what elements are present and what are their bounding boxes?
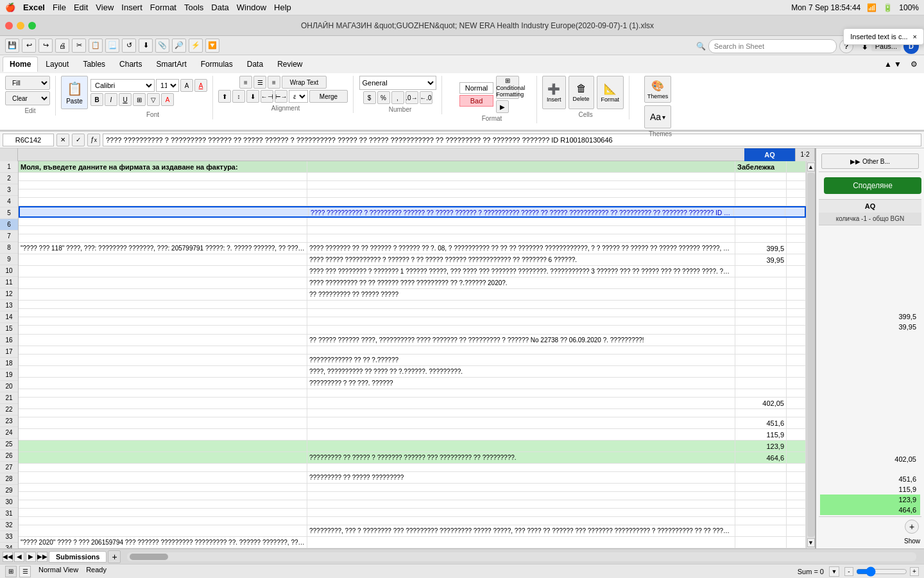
cell-32n[interactable] [787,472,806,483]
row-header-16[interactable]: 16 [0,335,18,346]
cell-36a[interactable] [19,509,307,516]
merge-btn[interactable]: Merge [309,90,348,103]
cell-28b[interactable] [307,429,735,440]
cell-2aq[interactable] [735,173,787,180]
cell-11b[interactable]: ???? ????? ?????????? ? ?????? ? ?? ????… [307,254,735,265]
border-btn[interactable]: ⊞ [133,93,146,106]
cell-14aq[interactable] [735,289,787,300]
row-header-31[interactable]: 31 [0,508,18,520]
row-header-25[interactable]: 25 [0,439,18,450]
cell-30a[interactable] [19,452,307,463]
window-controls[interactable] [5,22,36,30]
cell-39aq[interactable] [735,537,787,548]
format-btn[interactable]: 📐 Format [597,76,624,109]
cell-19a[interactable] [19,335,307,346]
cell-17aq[interactable] [735,317,787,325]
insert-function-btn[interactable]: ƒx [87,134,100,146]
menu-insert[interactable]: Insert [121,3,142,12]
cell-32aq[interactable] [735,472,787,483]
tab-layout[interactable]: Layout [39,57,75,71]
paste-button[interactable]: 📋 Paste [61,76,88,109]
cell-3b[interactable] [307,181,735,189]
notification-close[interactable]: × [913,33,917,40]
tab-charts[interactable]: Charts [113,57,148,71]
row-header-15[interactable]: 15 [0,323,18,335]
tab-home[interactable]: Home [3,57,38,72]
currency-btn[interactable]: $ [363,91,376,104]
row-header-6[interactable]: 6 [0,219,18,231]
row-header-23[interactable]: 23 [0,416,18,427]
cell-36aq[interactable] [735,509,787,516]
cell-31aq[interactable] [735,464,787,471]
cell-4b[interactable] [307,189,735,197]
cell-4n[interactable] [787,189,806,197]
flash-btn[interactable]: ⚡ [189,39,203,53]
save-btn[interactable]: 💾 [5,39,19,53]
cell-35n[interactable] [787,500,806,508]
cell-30n[interactable] [787,452,806,463]
cell-38b[interactable]: ?????????, ??? ? ???????? ??? ????????? … [307,525,735,536]
menu-tools[interactable]: Tools [184,3,203,12]
attach-btn[interactable]: 📎 [155,39,169,53]
tab-tables[interactable]: Tables [76,57,112,71]
cell-16b[interactable] [307,309,735,317]
cell-9b[interactable] [307,234,735,242]
row-header-18[interactable]: 18 [0,358,18,369]
cell-22a[interactable] [19,366,307,377]
search-qa-btn[interactable]: 🔎 [172,39,186,53]
cell-23a[interactable] [19,378,307,389]
cell-11n[interactable] [787,254,806,265]
font-color-a2-btn[interactable]: A [194,79,207,92]
cell-27a[interactable] [19,417,307,428]
cell-28n[interactable] [787,429,806,440]
text-direction-select[interactable]: abc [289,90,308,103]
print-btn[interactable]: 🖨 [55,39,69,53]
cell-37a[interactable] [19,517,307,525]
align-top-btn[interactable]: ⬆ [218,90,231,103]
cell-4a[interactable] [19,189,307,197]
cell-9n[interactable] [787,234,806,242]
dropdown-qa-btn[interactable]: 🔽 [205,39,219,53]
cell-13a[interactable] [19,277,307,288]
cell-29n[interactable] [787,441,806,451]
ribbon-collapse-btn[interactable]: ▲ ▼ [880,57,905,71]
add-sheet-btn[interactable]: + [108,550,121,563]
indent-more-btn[interactable]: ⊢→ [275,90,287,103]
cell-4aq[interactable] [735,189,787,197]
sheet-nav-next[interactable]: ▶ [26,552,36,562]
menu-format[interactable]: Format [150,3,176,12]
cell-30aq[interactable]: 464,6 [735,452,787,463]
cell-1aq[interactable]: Забележка [735,161,787,172]
cell-3aq[interactable] [735,181,787,189]
bad-style-btn[interactable]: Bad [459,95,493,107]
row-header-13[interactable]: 13 [0,300,18,311]
row-header-19[interactable]: 19 [0,369,18,381]
cell-21n[interactable] [787,355,806,365]
cell-12b[interactable]: ???? ??? ???????? ? ??????? 1 ?????? ???… [307,266,735,277]
conditional-formatting-btn[interactable]: ⊞ Conditional Formatting [496,76,519,99]
cell-10b[interactable]: ???? ??????? ?? ?? ?????? ? ?????? ?? ?.… [307,243,735,254]
cell-33aq[interactable] [735,484,787,491]
sheet-nav-prev[interactable]: ◀ [14,552,24,562]
fullscreen-window-btn[interactable] [28,22,36,30]
cell-16n[interactable] [787,309,806,317]
cell-8aq[interactable] [735,226,787,234]
cell-38a[interactable] [19,525,307,536]
cell-19b[interactable]: ?? ????? ?????? ????, ?????????? ???? ??… [307,335,735,346]
cell-9a[interactable] [19,234,307,242]
cancel-formula-btn[interactable]: ✕ [56,134,69,146]
cell-36b[interactable] [307,509,735,516]
cell-3n[interactable] [787,181,806,189]
cell-29aq[interactable]: 123,9 [735,441,787,451]
font-name-select[interactable]: Calibri [90,79,155,92]
cell-35b[interactable] [307,500,735,508]
cell-24aq[interactable] [735,389,787,397]
redo-btn[interactable]: ↪ [38,39,53,53]
row-header-30[interactable]: 30 [0,496,18,508]
cell-10aq[interactable]: 399,5 [735,243,787,254]
cell-34n[interactable] [787,492,806,500]
row-header-27[interactable]: 27 [0,462,18,473]
cell-33b[interactable] [307,484,735,491]
cell-17a[interactable] [19,317,307,325]
insert-btn[interactable]: ➕ Insert [542,76,566,109]
